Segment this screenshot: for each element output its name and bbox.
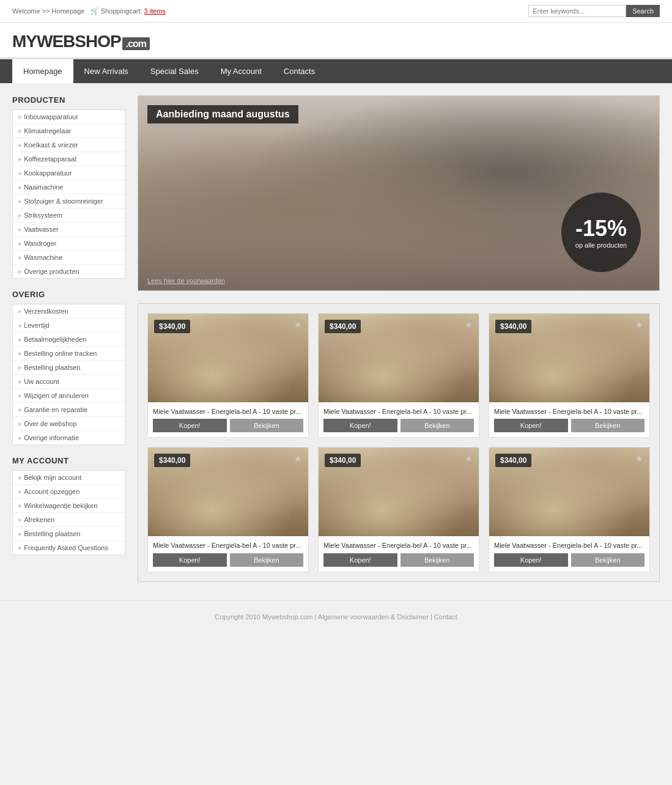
sidebar-item[interactable]: Overige informatie <box>13 431 125 444</box>
product-name: Miele Vaatwasser - Energiela-bel A - 10 … <box>319 402 479 419</box>
products-grid: $340,00 ★ Miele Vaatwasser - Energiela-b… <box>138 303 660 582</box>
wishlist-star-icon[interactable]: ★ <box>635 454 643 463</box>
sidebar-producten-list: InbouwapparatuurKlimaatregelaarKoelkast … <box>12 109 125 279</box>
sidebar-item[interactable]: Afrekenen <box>13 513 125 527</box>
sidebar-item[interactable]: Kookapparatuur <box>13 166 125 180</box>
sidebar-item[interactable]: Wasdroger <box>13 237 125 251</box>
sidebar-item[interactable]: Wasmachine <box>13 251 125 265</box>
search-button[interactable]: Search <box>626 5 660 17</box>
sidebar-item[interactable]: Bestelling online tracken <box>13 347 125 361</box>
breadcrumb-area: Welcome >> Homepage 🛒 Shoppingcart: 3 it… <box>12 7 166 15</box>
sidebar-item[interactable]: Frequently Asked Questions <box>13 541 125 555</box>
nav-homepage[interactable]: Homepage <box>12 59 73 83</box>
product-name: Miele Vaatwasser - Energiela-bel A - 10 … <box>489 536 649 553</box>
sidebar-producten-section: PRODUCTEN InbouwapparatuurKlimaatregelaa… <box>12 95 125 279</box>
product-name: Miele Vaatwasser - Energiela-bel A - 10 … <box>148 536 308 553</box>
banner-link[interactable]: Lees hier de voorwaarden <box>147 277 225 284</box>
buy-button[interactable]: Kopen! <box>153 419 227 432</box>
main-content: Aanbieding maand augustus -15% op alle p… <box>138 95 660 582</box>
product-name: Miele Vaatwasser - Energiela-bel A - 10 … <box>319 536 479 553</box>
sidebar-item[interactable]: Koffiezetapparaat <box>13 152 125 166</box>
buy-button[interactable]: Kopen! <box>494 553 568 567</box>
sidebar-item[interactable]: Betaalmogelijkheden <box>13 333 125 347</box>
wishlist-star-icon[interactable]: ★ <box>465 320 473 330</box>
banner-discount-text: op alle producten <box>575 241 627 249</box>
sidebar-item[interactable]: Over de webshop <box>13 417 125 431</box>
buy-button[interactable]: Kopen! <box>494 419 568 432</box>
nav-new-arrivals[interactable]: New Arrivals <box>73 59 139 83</box>
view-button[interactable]: Bekijken <box>401 419 474 432</box>
sidebar-item[interactable]: Wijzigen of annuleren <box>13 389 125 403</box>
sidebar: PRODUCTEN InbouwapparatuurKlimaatregelaa… <box>12 95 125 582</box>
sidebar-overig-title: OVERIG <box>12 290 125 299</box>
product-card: $340,00 ★ Miele Vaatwasser - Energiela-b… <box>318 447 479 572</box>
search-form: Search <box>528 5 660 17</box>
buy-button[interactable]: Kopen! <box>323 419 397 432</box>
product-actions: Kopen! Bekijken <box>489 419 649 437</box>
product-name: Miele Vaatwasser - Energiela-bel A - 10 … <box>489 402 649 419</box>
sidebar-item[interactable]: Garantie en reparatie <box>13 403 125 417</box>
wishlist-star-icon[interactable]: ★ <box>294 320 302 330</box>
wishlist-star-icon[interactable]: ★ <box>635 320 643 330</box>
site-logo: MYWEBSHOP.com <box>12 32 660 51</box>
product-name: Miele Vaatwasser - Energiela-bel A - 10 … <box>148 402 308 419</box>
product-price: $340,00 <box>325 320 361 333</box>
search-input[interactable] <box>528 5 626 17</box>
sidebar-myaccount-title: MY ACCOUNT <box>12 456 125 465</box>
product-card: $340,00 ★ Miele Vaatwasser - Energiela-b… <box>489 447 650 572</box>
product-price: $340,00 <box>495 454 531 467</box>
buy-button[interactable]: Kopen! <box>323 553 397 567</box>
nav-contacts[interactable]: Contacts <box>273 59 326 83</box>
wishlist-star-icon[interactable]: ★ <box>294 454 302 463</box>
sidebar-item[interactable]: Levertijd <box>13 319 125 333</box>
view-button[interactable]: Bekijken <box>571 419 645 432</box>
sidebar-item[interactable]: Stofzuiger & stoomreiniger <box>13 194 125 208</box>
sidebar-item[interactable]: Overige producten <box>13 265 125 278</box>
sidebar-item[interactable]: Uw account <box>13 375 125 389</box>
wishlist-star-icon[interactable]: ★ <box>465 454 473 463</box>
view-button[interactable]: Bekijken <box>230 419 304 432</box>
nav-my-account[interactable]: My Account <box>210 59 273 83</box>
product-actions: Kopen! Bekijken <box>489 553 649 572</box>
product-card: $340,00 ★ Miele Vaatwasser - Energiela-b… <box>489 313 650 438</box>
product-card: $340,00 ★ Miele Vaatwasser - Energiela-b… <box>318 313 479 438</box>
sidebar-overig-list: VerzendkostenLevertijdBetaalmogelijkhede… <box>12 304 125 445</box>
main-container: PRODUCTEN InbouwapparatuurKlimaatregelaa… <box>0 83 672 594</box>
cart-label: Shoppingcart: <box>101 7 142 15</box>
logo-suffix: .com <box>122 37 150 50</box>
sidebar-item[interactable]: Inbouwapparatuur <box>13 110 125 124</box>
cart-icon: 🛒 <box>90 7 99 15</box>
sidebar-item[interactable]: Naaimachine <box>13 180 125 194</box>
cart-items-link[interactable]: 3 items <box>144 7 166 15</box>
product-actions: Kopen! Bekijken <box>148 553 308 572</box>
product-actions: Kopen! Bekijken <box>148 419 308 437</box>
nav-special-sales[interactable]: Special Sales <box>139 59 210 83</box>
sidebar-item[interactable]: Striksysteem <box>13 208 125 223</box>
product-actions: Kopen! Bekijken <box>319 553 479 572</box>
sidebar-item[interactable]: Bekijk mijn account <box>13 471 125 485</box>
view-button[interactable]: Bekijken <box>401 553 474 567</box>
buy-button[interactable]: Kopen! <box>153 553 227 567</box>
site-footer: Copyright 2010 Mywebshop.com | Algemene … <box>0 600 672 633</box>
view-button[interactable]: Bekijken <box>571 553 645 567</box>
main-nav: Homepage New Arrivals Special Sales My A… <box>0 59 672 83</box>
sidebar-myaccount-list: Bekijk mijn accountAccount opzeggenWinke… <box>12 470 125 555</box>
promo-banner: Aanbieding maand augustus -15% op alle p… <box>138 95 660 291</box>
product-card: $340,00 ★ Miele Vaatwasser - Energiela-b… <box>147 447 309 572</box>
view-button[interactable]: Bekijken <box>230 553 304 567</box>
banner-discount-circle: -15% op alle producten <box>561 193 641 272</box>
sidebar-item[interactable]: Bestelling plaatsen <box>13 527 125 541</box>
sidebar-item[interactable]: Klimaatregelaar <box>13 124 125 138</box>
product-price: $340,00 <box>325 454 361 467</box>
sidebar-item[interactable]: Winkelwagentje bekijken <box>13 499 125 513</box>
sidebar-item[interactable]: Account opzeggen <box>13 485 125 499</box>
sidebar-producten-title: PRODUCTEN <box>12 95 125 105</box>
sidebar-item[interactable]: Vaatwasser <box>13 223 125 237</box>
sidebar-item[interactable]: Bestelling plaatsen <box>13 361 125 375</box>
product-price: $340,00 <box>154 454 190 467</box>
logo-area: MYWEBSHOP.com <box>0 23 672 59</box>
sidebar-item[interactable]: Koelkast & vriezer <box>13 138 125 152</box>
banner-discount-pct: -15% <box>575 216 627 241</box>
sidebar-item[interactable]: Verzendkosten <box>13 304 125 319</box>
product-price: $340,00 <box>495 320 531 333</box>
